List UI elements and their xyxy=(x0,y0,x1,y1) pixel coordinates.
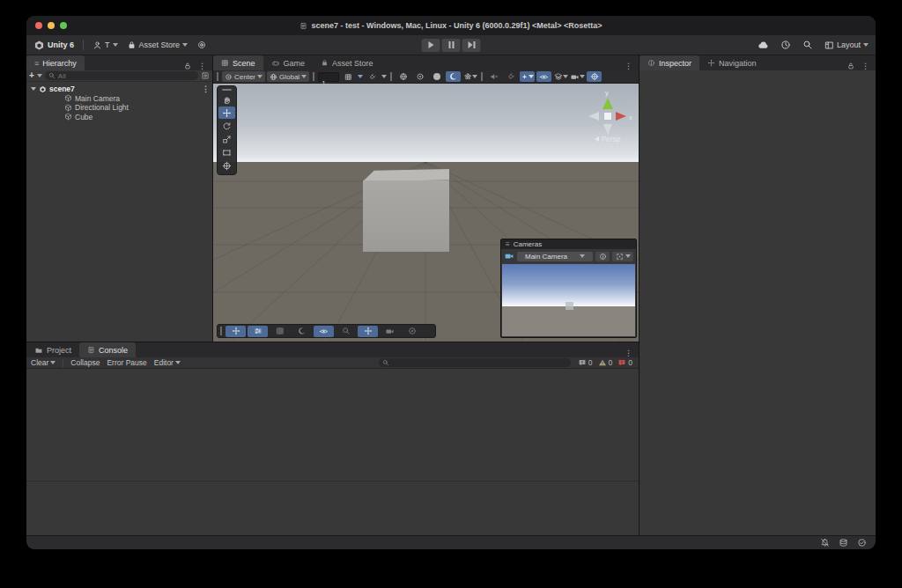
grid-snapping-toggle[interactable] xyxy=(341,71,356,82)
hierarchy-item-cube[interactable]: Cube xyxy=(26,113,212,122)
warning-count-toggle[interactable]: 0 xyxy=(598,358,613,367)
console-log-list[interactable] xyxy=(26,369,639,535)
increment-snap-toggle[interactable] xyxy=(365,71,380,82)
tab-game[interactable]: Game xyxy=(263,55,314,70)
error-count-toggle[interactable]: 0 xyxy=(617,358,632,367)
x-axis-cone[interactable] xyxy=(616,112,626,121)
hierarchy-search-field[interactable] xyxy=(45,71,198,80)
fx-dropdown[interactable] xyxy=(520,71,535,82)
shadows-toggle[interactable] xyxy=(429,71,444,82)
preferences-button[interactable] xyxy=(196,40,207,50)
close-window-button[interactable] xyxy=(35,22,42,29)
search-icon[interactable] xyxy=(802,40,813,50)
camera-fullscreen-button[interactable] xyxy=(612,252,633,261)
play-button[interactable] xyxy=(422,39,440,52)
editor-dropdown[interactable]: Editor xyxy=(154,358,181,367)
search-overlay-toggle[interactable] xyxy=(336,326,356,337)
cameras-overlay-toggle[interactable] xyxy=(380,326,400,337)
camera-select-dropdown[interactable]: Main Camera xyxy=(517,252,593,261)
grid-size-field[interactable] xyxy=(318,72,339,82)
rotate-tool-button[interactable] xyxy=(218,120,235,132)
scene-visibility-toggle[interactable] xyxy=(536,71,551,82)
scale-tool-button[interactable] xyxy=(218,133,235,145)
unity-version-menu[interactable]: Unity 6 xyxy=(33,40,74,51)
cloud-icon[interactable] xyxy=(758,40,769,51)
layout-dropdown[interactable]: Layout xyxy=(824,40,869,50)
panel-menu-icon[interactable]: ⋮ xyxy=(859,62,872,70)
chevron-down-icon[interactable] xyxy=(37,74,42,77)
lock-icon[interactable] xyxy=(847,62,855,70)
panel-menu-icon[interactable]: ⋮ xyxy=(622,349,635,357)
effects-dropdown[interactable] xyxy=(462,71,477,82)
drag-handle[interactable] xyxy=(217,72,218,81)
layers-dropdown[interactable] xyxy=(553,71,568,82)
minimize-window-button[interactable] xyxy=(48,22,55,29)
tool-handle-rotation-dropdown[interactable]: Global xyxy=(267,71,309,82)
projection-label[interactable]: Persp xyxy=(576,135,639,143)
create-object-button[interactable]: + xyxy=(29,71,34,80)
navigation-overlay-toggle[interactable] xyxy=(402,326,422,337)
grid-overlay-toggle[interactable] xyxy=(270,326,290,337)
neg-x-axis-cone[interactable] xyxy=(588,112,599,121)
panel-menu-icon[interactable]: ⋮ xyxy=(622,62,635,70)
tab-inspector[interactable]: Inspector xyxy=(640,55,699,70)
progress-check-icon[interactable] xyxy=(857,538,867,548)
drag-handle[interactable] xyxy=(222,89,232,91)
pause-button[interactable] xyxy=(442,39,461,52)
account-menu[interactable]: T xyxy=(92,40,118,50)
gizmos-toggle[interactable] xyxy=(587,71,602,82)
step-button[interactable] xyxy=(462,39,481,52)
audio-mute-toggle[interactable] xyxy=(486,71,501,82)
clear-button[interactable]: Clear xyxy=(31,358,55,367)
error-pause-button[interactable]: Error Pause xyxy=(107,358,146,367)
tools-overlay-toggle[interactable] xyxy=(226,326,246,337)
neg-y-axis-cone[interactable] xyxy=(603,124,612,135)
move-tool-button[interactable] xyxy=(218,107,235,119)
scene-root-row[interactable]: scene7 ⋮ xyxy=(26,85,212,94)
console-search-input[interactable] xyxy=(392,359,567,367)
tab-scene[interactable]: Scene xyxy=(213,55,263,70)
drag-handle-icon[interactable]: ≡ xyxy=(506,241,510,248)
gizmo-center-cube[interactable] xyxy=(603,112,612,121)
panel-menu-icon[interactable]: ⋮ xyxy=(196,62,209,70)
lighting-overlay-toggle[interactable] xyxy=(292,326,312,337)
lock-icon[interactable] xyxy=(629,96,636,103)
collapse-button[interactable]: Collapse xyxy=(70,358,100,367)
cube-gameobject[interactable] xyxy=(363,169,449,252)
2d-view-toggle[interactable] xyxy=(412,71,427,82)
drag-handle[interactable] xyxy=(220,327,222,335)
hierarchy-item-directional-light[interactable]: Directional Light xyxy=(26,103,212,113)
foldout-icon[interactable] xyxy=(31,87,36,91)
tool-handle-position-dropdown[interactable]: Center xyxy=(222,71,265,82)
info-count-toggle[interactable]: 0 xyxy=(578,358,593,367)
tab-project[interactable]: Project xyxy=(26,342,79,357)
tab-hierarchy[interactable]: ≡ Hierarchy xyxy=(26,55,85,70)
transform-tool-button[interactable] xyxy=(218,159,235,172)
cameras-overlay-header[interactable]: ≡ Cameras xyxy=(501,239,636,249)
camera-info-button[interactable] xyxy=(595,252,610,261)
maximize-window-button[interactable] xyxy=(60,22,67,29)
scene-options-icon[interactable]: ⋮ xyxy=(199,85,212,93)
console-detail-divider[interactable] xyxy=(26,481,639,481)
asset-store-menu[interactable]: Asset Store xyxy=(127,40,189,50)
animated-materials-toggle[interactable] xyxy=(503,71,518,82)
visibility-overlay-toggle[interactable] xyxy=(314,326,334,337)
lock-icon[interactable] xyxy=(183,62,192,70)
tab-asset-store[interactable]: Asset Store xyxy=(313,55,381,70)
tab-console[interactable]: Console xyxy=(79,342,136,357)
tab-navigation[interactable]: Navigation xyxy=(699,55,765,70)
draw-mode-toggle[interactable] xyxy=(396,71,410,82)
chevron-down-icon[interactable] xyxy=(358,75,363,78)
hierarchy-search-input[interactable] xyxy=(58,72,195,80)
hierarchy-item-main-camera[interactable]: Main Camera xyxy=(26,94,212,104)
view-options-toggle[interactable] xyxy=(248,326,268,337)
rect-tool-button[interactable] xyxy=(218,146,235,158)
undo-history-icon[interactable] xyxy=(780,40,791,50)
view-tool-button[interactable] xyxy=(218,93,235,106)
scene-picker-icon[interactable] xyxy=(201,71,210,80)
console-search-field[interactable] xyxy=(379,358,571,367)
orientation-overlay-toggle[interactable] xyxy=(358,326,378,337)
chevron-down-icon[interactable] xyxy=(381,75,387,78)
y-axis-cone[interactable] xyxy=(603,98,613,109)
scene-lighting-toggle[interactable] xyxy=(446,71,461,82)
